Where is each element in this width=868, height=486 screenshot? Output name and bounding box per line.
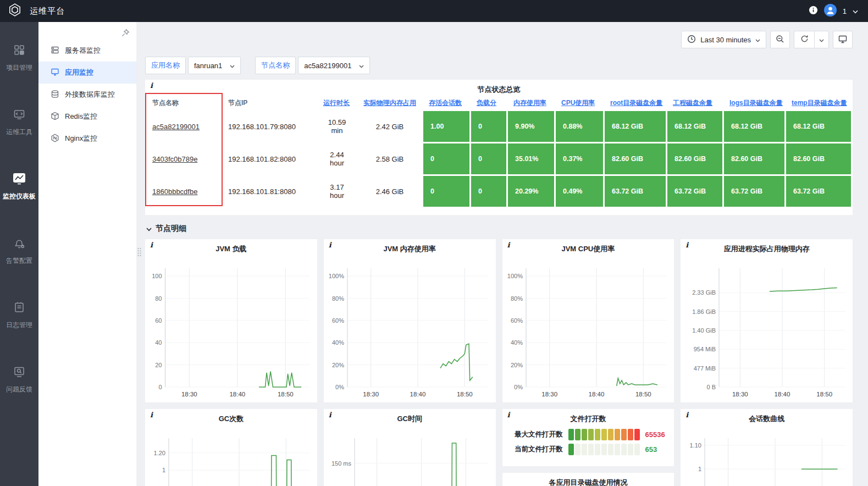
panel-title[interactable]: GC时间 [324,409,496,424]
panel-title[interactable]: 各应用目录磁盘使用情况 [502,473,675,486]
column-header[interactable]: 节点IP [223,97,316,109]
refresh-button[interactable] [794,31,815,48]
panel-node-status: i 节点状态总览 节点名称节点IP运行时长实际物理内存占用存活会话数负载分内存使… [145,80,853,215]
svg-text:1.86 GiB: 1.86 GiB [692,308,716,315]
column-header[interactable]: temp目录磁盘余量 [786,97,851,109]
gc-time-chart: 18:3018:4018:50150 ms [325,430,494,486]
panel-title[interactable]: JVM 内存使用率 [324,239,496,254]
chevron-down-icon [819,36,824,44]
redis-monitor-icon [51,112,59,122]
panel-title[interactable]: 会话数曲线 [681,409,853,424]
panel-process-memory: i 应用进程实际占用物理内存 18:3018:4018:500 B477 MiB… [681,239,853,402]
info-icon[interactable] [809,5,818,17]
node-name-link[interactable]: 1860bbbcdfbe [152,187,197,196]
metric-cell: 0 [471,111,506,142]
sub-nav-item-label: Nginx监控 [65,134,97,143]
svg-text:80%: 80% [511,295,523,302]
panel-title[interactable]: JVM CPU使用率 [502,239,675,254]
panel-title[interactable]: GC次数 [145,409,317,424]
drag-handle[interactable] [137,247,142,259]
sub-nav-item-label: 外接数据库监控 [65,90,115,100]
metric-cell: 68.12 GiB [724,111,784,142]
filter-select-1[interactable]: ac5a82199001 [298,57,370,74]
panel-info-icon[interactable]: i [507,241,510,249]
metric-cell: 35.01% [508,143,554,174]
column-header[interactable]: root目录磁盘余量 [605,97,666,109]
left-nav-item-1[interactable]: 运维工具 [0,108,38,137]
column-header[interactable]: 节点名称 [147,97,221,109]
chevron-down-icon [230,62,235,70]
nginx-monitor-icon [51,134,59,144]
log-book-icon [13,301,25,316]
panel-title[interactable]: JVM 负载 [145,239,317,254]
chevron-down-icon [755,36,760,44]
panel-info-icon[interactable]: i [150,81,153,90]
column-header[interactable]: CPU使用率 [556,97,603,109]
panel-info-icon[interactable]: i [685,411,688,419]
left-nav-item-4[interactable]: 日志管理 [0,301,38,330]
svg-text:20: 20 [156,362,162,368]
svg-text:18:30: 18:30 [363,391,379,397]
panel-info-icon[interactable]: i [329,411,331,419]
filter-value: fanruan1 [194,62,222,70]
panel-info-icon[interactable]: i [685,241,688,249]
panel-info-icon[interactable]: i [507,411,510,419]
refresh-icon [800,35,809,45]
user-avatar[interactable] [824,4,837,19]
node-name-link[interactable]: ac5a82199001 [152,123,200,131]
panel-info-icon[interactable]: i [329,241,331,249]
panel-info-icon[interactable]: i [150,241,153,249]
svg-text:1.10: 1.10 [689,442,701,449]
left-nav-item-2[interactable]: 监控仪表板 [0,173,38,201]
gauge-label: 当前文件打开数 [510,445,563,454]
panel-info-icon[interactable]: i [150,411,153,419]
column-header[interactable]: 工程磁盘余量 [667,97,722,109]
sub-nav-item-1[interactable]: 应用监控 [38,62,136,84]
filter-select-0[interactable]: fanruan1 [188,57,241,74]
app-title: 运维平台 [30,6,65,16]
svg-text:2.33 GiB: 2.33 GiB [692,289,716,296]
filter-value: ac5a82199001 [304,62,351,70]
svg-text:60%: 60% [332,317,344,324]
sub-nav-item-4[interactable]: Nginx监控 [38,128,136,150]
left-nav-item-label: 运维工具 [6,128,32,137]
svg-text:18:40: 18:40 [410,391,426,397]
svg-text:150 ms: 150 ms [331,460,352,467]
sub-nav-item-0[interactable]: 服务器监控 [38,40,136,62]
left-nav-item-label: 项目管理 [6,63,32,73]
node-detail-section-toggle[interactable]: 节点明细 [146,224,852,234]
pin-icon[interactable] [121,29,130,40]
left-nav-item-label: 日志管理 [6,321,32,330]
panel-title[interactable]: 文件打开数 [502,409,675,424]
left-nav-item-3[interactable]: 告警配置 [0,237,38,266]
sub-nav-item-2[interactable]: 外接数据库监控 [38,84,136,106]
refresh-interval-chevron[interactable] [815,31,829,48]
svg-text:20%: 20% [332,362,344,368]
column-header[interactable]: 存活会话数 [423,97,469,109]
topbar: 运维平台 1 [0,0,868,22]
refresh-group [794,31,829,48]
collapse-chevron-icon [146,224,152,233]
column-header[interactable]: 内存使用率 [508,97,554,109]
node-table: 节点名称节点IP运行时长实际物理内存占用存活会话数负载分内存使用率CPU使用率r… [145,95,853,208]
svg-text:18:40: 18:40 [774,391,790,397]
cell: 2.58 GiB [358,143,422,174]
column-header[interactable]: 负载分 [471,97,506,109]
display-mode-button[interactable] [833,31,853,48]
gauge-bar [568,429,640,440]
metric-cell: 20.29% [508,176,554,207]
time-range-picker[interactable]: Last 30 minutes [681,31,766,48]
svg-text:100%: 100% [507,273,523,279]
sub-nav-item-3[interactable]: Redis监控 [38,106,136,128]
user-menu-chevron-icon[interactable] [853,6,858,16]
left-nav-item-0[interactable]: 项目管理 [0,44,38,73]
column-header[interactable]: logs目录磁盘余量 [724,97,784,109]
svg-text:100%: 100% [329,273,344,279]
column-header[interactable]: 实际物理内存占用 [358,97,422,109]
left-nav-item-5[interactable]: 问题反馈 [0,366,38,394]
panel-title[interactable]: 应用进程实际占用物理内存 [681,239,853,254]
column-header[interactable]: 运行时长 [318,97,356,109]
metric-cell: 68.12 GiB [605,111,666,142]
node-name-link[interactable]: 3403fc0b789e [152,155,197,163]
zoom-out-button[interactable] [770,31,790,48]
